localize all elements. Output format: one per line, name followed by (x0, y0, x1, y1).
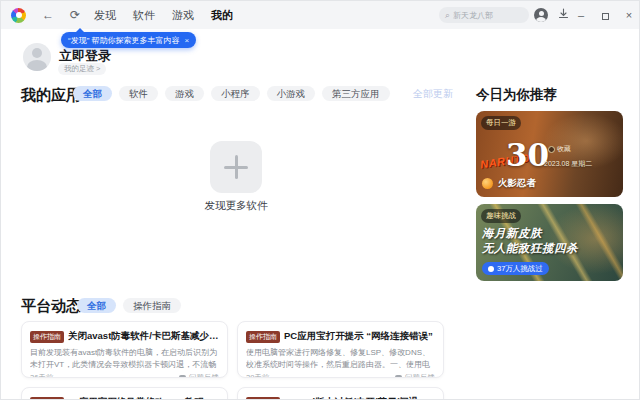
tab-all[interactable]: 全部 (77, 298, 116, 313)
filter-all[interactable]: 全部 (73, 86, 112, 101)
search-input[interactable] (453, 11, 523, 20)
filter-minigames[interactable]: 小游戏 (267, 86, 316, 101)
add-software-tile[interactable] (210, 141, 262, 193)
news-title: PC应用宝打开提示 “网络连接错误” (284, 330, 433, 343)
nav-item-software[interactable]: 软件 (133, 8, 155, 23)
main-nav: 发现 软件 游戏 我的 (94, 8, 233, 23)
feedback-label: 问题反馈 (405, 373, 435, 378)
news-card[interactable]: 操作指南 pc应用宝网络异常修改DNS教程 (21, 387, 228, 400)
viewers-icon (488, 266, 494, 272)
news-title: 关闭avast防毒软件/卡巴斯基减少卡顿现象 (68, 330, 219, 343)
feedback-link[interactable]: 问题反馈 (395, 373, 435, 378)
viewers-pill: 37万人挑战过 (482, 262, 549, 275)
app-logo-icon (11, 8, 26, 23)
game-avatar-icon (482, 178, 493, 189)
game-row: 火影忍者 (482, 177, 536, 190)
calendar-day: 30 (506, 137, 549, 173)
nav-item-discover[interactable]: 发现 (94, 8, 116, 23)
login-avatar[interactable] (23, 43, 51, 71)
news-card[interactable]: 操作指南 PC应用宝打开提示 “网络连接错误” 使用电脑管家进行网络修复、修复L… (237, 321, 444, 378)
close-button[interactable]: × (619, 1, 639, 29)
challenge-line2: 无人能敌狂揽四杀 (482, 241, 578, 256)
news-badge: 操作指南 (246, 397, 280, 400)
tooltip-text: “发现” 帮助你探索更多丰富内容 (68, 35, 180, 46)
challenge-badge: 趣味挑战 (481, 209, 521, 223)
daily-game-card[interactable]: 每日一游 NARUTO 30 收藏 2023.08 星期二 火影忍者 (476, 111, 623, 197)
feedback-link[interactable]: 问题反馈 (179, 373, 219, 378)
news-head: 操作指南 PC应用宝打开提示 “网络连接错误” (246, 330, 435, 343)
viewers-count: 37万人挑战过 (497, 264, 543, 274)
news-body: 使用电脑管家进行网络修复、修复LSP、修改DNS、校准系统时间等操作，然后重启路… (246, 347, 435, 371)
daily-game-badge: 每日一游 (481, 116, 521, 130)
feedback-label: 问题反馈 (189, 373, 219, 378)
news-title: pc应用宝网络异常修改DNS教程 (68, 396, 204, 400)
challenge-card[interactable]: 趣味挑战 海月新皮肤 无人能敌狂揽四杀 37万人挑战过 (476, 204, 623, 281)
news-badge: 操作指南 (246, 331, 280, 343)
news-title: opengl版本过低/未开/花屏/闪退，升级显卡驱动… (284, 396, 435, 400)
news-head: 操作指南 pc应用宝网络异常修改DNS教程 (30, 396, 219, 400)
user-avatar-icon[interactable] (534, 8, 548, 22)
add-software-label: 发现更多软件 (156, 199, 316, 213)
discover-tooltip: “发现” 帮助你探索更多丰富内容 × (61, 32, 196, 48)
news-badge: 操作指南 (30, 397, 64, 400)
nav-item-mine[interactable]: 我的 (211, 8, 233, 23)
my-apps-title: 我的应用 (21, 86, 81, 105)
minimize-button[interactable]: – (571, 1, 591, 29)
tooltip-close-icon[interactable]: × (185, 36, 190, 45)
filter-software[interactable]: 软件 (119, 86, 158, 101)
platform-news-title: 平台动态 (21, 297, 81, 316)
news-time: 29天前 (246, 373, 269, 378)
challenge-line1: 海月新皮肤 (482, 226, 542, 241)
news-time: 26天前 (30, 373, 53, 378)
download-manager-icon[interactable] (556, 8, 570, 22)
titlebar: ← ⟳ 发现 软件 游戏 我的 ⌕ – × (1, 1, 640, 29)
update-all-button[interactable]: 全部更新 (413, 87, 453, 101)
app-window: ← ⟳ 发现 软件 游戏 我的 ⌕ – × “发现” 帮助你探索更多丰富内容 ×… (0, 0, 640, 400)
news-badge: 操作指南 (30, 331, 64, 343)
game-name: 火影忍者 (498, 177, 536, 190)
search-box[interactable]: ⌕ (439, 7, 529, 23)
chat-bubble-icon (395, 375, 402, 378)
tag-label: 收藏 (557, 144, 571, 154)
filter-miniprograms[interactable]: 小程序 (211, 86, 260, 101)
maximize-icon (602, 13, 609, 20)
login-sub-link[interactable]: 我的足迹 > (58, 63, 106, 75)
plus-icon (235, 155, 238, 179)
nav-item-games[interactable]: 游戏 (172, 8, 194, 23)
filter-games[interactable]: 游戏 (165, 86, 204, 101)
news-head: 操作指南 opengl版本过低/未开/花屏/闪退，升级显卡驱动… (246, 396, 435, 400)
tag-icon (548, 146, 555, 153)
tab-guide[interactable]: 操作指南 (123, 298, 181, 313)
filter-thirdparty[interactable]: 第三方应用 (322, 86, 390, 101)
chat-bubble-icon (179, 375, 186, 378)
calendar-date: 2023.08 星期二 (544, 159, 592, 169)
news-footer: 29天前 问题反馈 (246, 373, 435, 378)
news-card[interactable]: 操作指南 opengl版本过低/未开/花屏/闪退，升级显卡驱动… (237, 387, 444, 400)
refresh-icon[interactable]: ⟳ (70, 8, 80, 22)
news-body: 目前发现装有avast防毒软件的电脑，在启动后识别为未打开VT，此类情况会导致模… (30, 347, 219, 371)
back-icon[interactable]: ← (42, 8, 54, 22)
search-icon: ⌕ (445, 10, 450, 21)
news-head: 操作指南 关闭avast防毒软件/卡巴斯基减少卡顿现象 (30, 330, 219, 343)
platform-news-tabs: 全部 操作指南 (77, 298, 181, 313)
calendar-tag: 收藏 (548, 144, 571, 154)
recommend-title: 今日为你推荐 (476, 86, 557, 104)
news-footer: 26天前 问题反馈 (30, 373, 219, 378)
news-card[interactable]: 操作指南 关闭avast防毒软件/卡巴斯基减少卡顿现象 目前发现装有avast防… (21, 321, 228, 378)
maximize-button[interactable] (595, 1, 615, 29)
my-apps-filters: 全部 软件 游戏 小程序 小游戏 第三方应用 (73, 86, 390, 101)
